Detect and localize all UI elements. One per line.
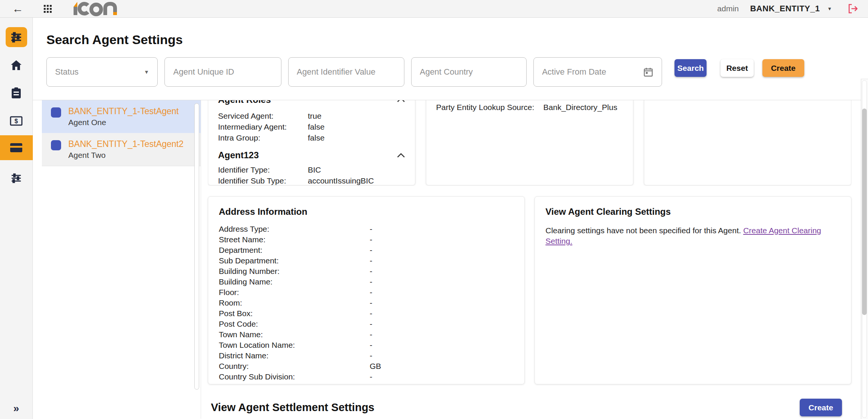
settlement-settings-section: View Agent Settlement Settings Create xyxy=(208,399,851,416)
field-label: Town Name: xyxy=(219,329,370,340)
sidebar-item-accounts-active[interactable] xyxy=(0,135,33,160)
page-title: Search Agent Settings xyxy=(46,33,861,46)
field-value: - xyxy=(370,224,372,234)
party-lookup-card: Party Entity Lookup Source: Bank_Directo… xyxy=(426,100,633,185)
agent-list-item-selected[interactable]: BANK_ENTITY_1-TestAgent Agent One xyxy=(42,100,201,133)
detail-cards-row-bottom: Address Information Address Type:- Stree… xyxy=(208,196,851,384)
sidebar-item-home[interactable] xyxy=(0,55,33,75)
field-label: Identifier Sub Type: xyxy=(218,175,308,186)
field-value: BIC xyxy=(308,164,321,175)
field-value: - xyxy=(370,319,372,329)
top-bar: ← admin BANK_ENTITY_1 ▾ xyxy=(0,0,868,18)
party-lookup-value: Bank_Directory_Plus xyxy=(543,103,617,112)
field-label: Floor: xyxy=(219,287,370,298)
clearing-settings-title: View Agent Clearing Settings xyxy=(545,206,840,217)
agent-list-item[interactable]: BANK_ENTITY_1-TestAgent2 Agent Two xyxy=(42,133,201,166)
icon-logo xyxy=(71,1,121,17)
status-caret-icon: ▼ xyxy=(144,69,149,75)
calendar-icon[interactable] xyxy=(643,67,653,77)
sidebar: $ » xyxy=(0,18,33,419)
field-value: - xyxy=(370,266,372,277)
clearing-settings-card: View Agent Clearing Settings Clearing se… xyxy=(535,196,851,384)
field-label: Building Number: xyxy=(219,266,370,277)
field-value: false xyxy=(308,132,324,143)
field-value: - xyxy=(370,350,372,361)
sidebar-item-settings[interactable] xyxy=(0,168,33,188)
field-label: Town Location Name: xyxy=(219,340,370,350)
field-value: - xyxy=(370,308,372,319)
field-value: accountIssuingBIC xyxy=(308,175,374,186)
agent-list-scrollbar[interactable] xyxy=(194,103,199,390)
field-label: Street Name: xyxy=(219,234,370,245)
field-value: false xyxy=(308,121,324,132)
address-information-card: Address Information Address Type:- Stree… xyxy=(208,196,525,384)
field-label: Country Sub Division: xyxy=(219,372,370,382)
reset-button[interactable]: Reset xyxy=(721,59,753,77)
clearing-settings-message: Clearing settings have not been specifie… xyxy=(545,226,741,235)
field-label: Post Box: xyxy=(219,308,370,319)
sidebar-expand-icon[interactable]: » xyxy=(13,403,19,414)
results-content: BANK_ENTITY_1-TestAgent Agent One BANK_E… xyxy=(33,100,861,419)
field-value: - xyxy=(370,340,372,350)
svg-text:$: $ xyxy=(15,118,18,124)
agent-unique-id-input[interactable] xyxy=(173,67,272,77)
agent-description: Agent One xyxy=(68,117,179,127)
search-button[interactable]: Search xyxy=(674,59,707,77)
field-label: Country: xyxy=(219,361,370,372)
status-select[interactable]: Status ▼ xyxy=(46,57,158,87)
field-value: - xyxy=(370,245,372,255)
collapse-agent-roles-icon[interactable] xyxy=(397,100,405,102)
collapse-agent123-icon[interactable] xyxy=(397,153,405,158)
field-value: GB xyxy=(370,361,381,372)
create-settlement-button[interactable]: Create xyxy=(800,399,842,416)
detail-cards-row-top: Agent Roles Serviced Agent:true Intermed… xyxy=(208,100,851,186)
page-scrollbar-thumb[interactable] xyxy=(862,109,867,315)
agent-name: BANK_ENTITY_1-TestAgent xyxy=(68,106,179,117)
field-value: - xyxy=(370,329,372,340)
logout-icon[interactable] xyxy=(847,3,858,14)
field-label: Sub Department: xyxy=(219,255,370,266)
sidebar-item-tasks[interactable] xyxy=(0,83,33,103)
field-label: Intra Group: xyxy=(218,132,308,143)
empty-detail-card xyxy=(644,100,851,185)
entity-dropdown-caret-icon[interactable]: ▾ xyxy=(828,5,831,12)
field-label: Identifier Type: xyxy=(218,164,308,175)
sidebar-item-payments[interactable]: $ xyxy=(0,111,33,131)
filter-row: Status ▼ xyxy=(46,57,861,87)
field-label: District Name: xyxy=(219,350,370,361)
field-label: Address Type: xyxy=(219,224,370,234)
field-value: - xyxy=(370,277,372,287)
active-from-date-field-wrap xyxy=(533,57,662,87)
entity-name: BANK_ENTITY_1 xyxy=(750,4,820,14)
agent-unique-id-field-wrap xyxy=(164,57,281,87)
field-label: Post Code: xyxy=(219,319,370,329)
create-button[interactable]: Create xyxy=(762,59,804,77)
field-value: true xyxy=(308,110,321,121)
agent-swatch-icon xyxy=(51,107,61,118)
agent-identifier-value-input[interactable] xyxy=(297,67,396,77)
sidebar-item-agent-settings-active[interactable] xyxy=(6,27,27,47)
field-label: Department: xyxy=(219,245,370,255)
agent-description: Agent Two xyxy=(68,150,184,160)
active-from-date-input[interactable] xyxy=(542,67,643,77)
field-label: Room: xyxy=(219,298,370,308)
agent-roles-card: Agent Roles Serviced Agent:true Intermed… xyxy=(208,100,415,185)
apps-grid-icon[interactable] xyxy=(44,5,52,13)
address-information-title: Address Information xyxy=(219,206,514,217)
field-value: - xyxy=(370,372,372,382)
agent-roles-title: Agent Roles xyxy=(218,100,271,105)
agent-country-field-wrap xyxy=(411,57,527,87)
agent-swatch-icon xyxy=(51,140,61,150)
party-lookup-label: Party Entity Lookup Source: xyxy=(436,103,534,112)
field-value: - xyxy=(370,255,372,266)
page-scrollbar xyxy=(861,79,868,419)
agent-identifier-section-title: Agent123 xyxy=(218,150,259,161)
agent-country-input[interactable] xyxy=(420,67,518,77)
field-label: Building Name: xyxy=(219,277,370,287)
agent-name: BANK_ENTITY_1-TestAgent2 xyxy=(68,138,184,150)
user-role-label: admin xyxy=(717,4,739,13)
agent-result-list: BANK_ENTITY_1-TestAgent Agent One BANK_E… xyxy=(42,100,201,419)
field-value: - xyxy=(370,234,372,245)
back-icon[interactable]: ← xyxy=(12,3,23,14)
search-header: Search Agent Settings Status ▼ xyxy=(33,18,861,100)
